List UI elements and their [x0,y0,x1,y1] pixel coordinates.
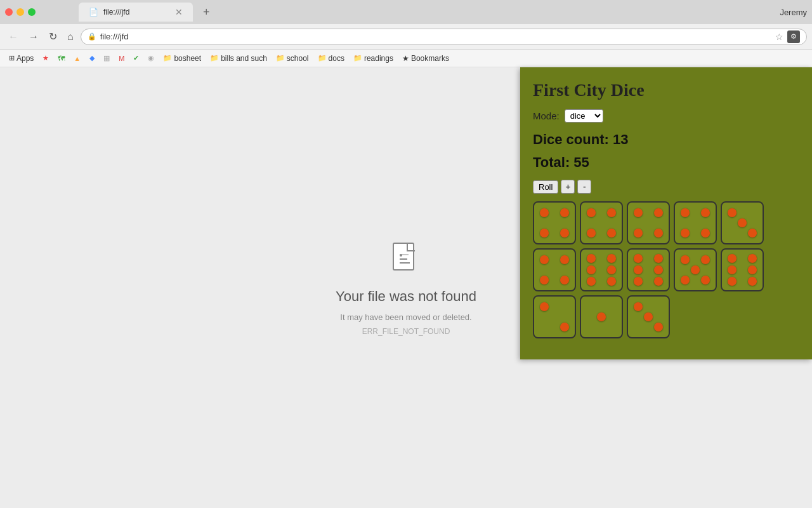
bookmark-icon-5: ▦ [103,54,110,62]
close-button[interactable] [5,8,13,16]
mode-select[interactable]: dice coins [565,109,603,123]
die [580,295,623,338]
dice-controls: Roll + - [533,180,799,194]
mode-label: Mode: [533,110,560,121]
bookmark-bosheet[interactable]: 📁 bosheet [159,53,205,64]
svg-point-15 [634,229,643,237]
svg-point-55 [644,312,653,321]
svg-point-18 [701,208,710,217]
window-controls [5,8,36,16]
add-die-button[interactable]: + [561,180,575,194]
folder-icon-readings: 📁 [353,54,362,62]
dice-grid [533,201,799,338]
svg-point-44 [701,276,710,284]
svg-point-40 [681,255,690,264]
bookmark-readings[interactable]: 📁 readings [350,53,397,64]
dice-total: Total: 55 [533,154,799,171]
svg-point-45 [728,254,737,263]
title-bar: 📄 file:///jfd ✕ + Jeremy [0,0,812,24]
die [674,248,717,291]
svg-point-29 [607,254,616,263]
svg-point-24 [540,255,549,264]
die [533,295,576,338]
bookmarks-item-2[interactable]: 🗺 [54,53,69,64]
svg-point-33 [607,277,616,286]
address-bar[interactable]: 🔒 file:///jfd ☆ ⚙ [81,29,807,45]
svg-point-53 [597,312,606,321]
bookmark-docs[interactable]: 📁 docs [314,53,348,64]
svg-point-26 [540,276,549,284]
svg-point-50 [748,277,757,286]
bookmark-icon-4: ◆ [89,54,95,62]
svg-point-30 [587,265,596,274]
bookmark-icon-6: M [119,55,124,62]
bookmarks-item-4[interactable]: ◆ [86,53,98,64]
error-file-icon [387,240,425,278]
dice-panel-title: First City Dice [533,80,799,100]
svg-point-12 [607,229,616,237]
svg-point-23 [748,229,757,237]
svg-point-14 [654,208,663,217]
svg-point-31 [607,265,616,274]
bookmark-star-icon[interactable]: ☆ [775,32,783,42]
maximize-button[interactable] [28,8,36,16]
bookmarks-item-8[interactable]: ◉ [144,53,158,64]
apps-icon: ⊞ [9,54,15,62]
svg-point-17 [681,208,690,217]
die [533,201,576,244]
svg-point-54 [634,302,643,311]
bookmark-label-bills: bills and such [221,54,267,63]
svg-point-49 [728,277,737,286]
die [627,295,670,338]
remove-die-button[interactable]: - [577,180,591,194]
bookmarks-item-1[interactable]: ★ [39,53,53,64]
svg-point-35 [654,254,663,263]
bookmark-icon-8: ◉ [148,54,154,62]
svg-point-42 [691,265,700,274]
svg-point-27 [560,276,569,284]
svg-point-48 [748,265,757,274]
die [627,201,670,244]
bookmarks-item-5[interactable]: ▦ [100,53,114,64]
active-tab[interactable]: 📄 file:///jfd ✕ [79,3,193,22]
error-code: ERR_FILE_NOT_FOUND [362,327,450,336]
bookmarks-item-6[interactable]: M [115,53,128,64]
bookmark-bookmarks[interactable]: ★ Bookmarks [398,53,453,64]
die [580,248,623,291]
bookmark-school[interactable]: 📁 school [272,53,313,64]
svg-point-37 [654,265,663,274]
forward-button[interactable]: → [25,29,42,45]
svg-point-20 [701,229,710,237]
new-tab-button[interactable]: + [200,6,213,19]
roll-button[interactable]: Roll [533,180,558,194]
extension-icon[interactable]: ⚙ [787,30,800,43]
back-button[interactable]: ← [5,29,22,45]
svg-point-52 [560,323,569,331]
svg-point-13 [634,208,643,217]
star-icon: ★ [402,54,409,63]
minimize-button[interactable] [16,8,24,16]
svg-point-46 [748,254,757,263]
bookmarks-item-3[interactable]: ▲ [70,53,84,64]
die [580,201,623,244]
bookmarks-bar: ⊞ Apps ★ 🗺 ▲ ◆ ▦ M ✔ ◉ 📁 bosheet [0,50,812,67]
svg-point-9 [587,208,596,217]
svg-point-22 [738,218,747,227]
svg-point-5 [540,208,549,217]
home-button[interactable]: ⌂ [64,29,77,45]
svg-point-10 [607,208,616,217]
svg-point-19 [681,229,690,237]
die [533,248,576,291]
bookmarks-item-7[interactable]: ✔ [129,53,143,64]
bookmarks-apps[interactable]: ⊞ Apps [5,53,37,64]
tab-close-button[interactable]: ✕ [175,8,183,17]
svg-point-11 [587,229,596,237]
user-name: Jeremy [780,8,807,17]
svg-rect-0 [393,243,414,270]
bookmark-icon-1: ★ [43,54,49,62]
browser-window: 📄 file:///jfd ✕ + Jeremy ← → ↻ ⌂ 🔒 file:… [0,0,812,508]
reload-button[interactable]: ↻ [46,28,60,45]
folder-icon-bosheet: 📁 [163,54,172,62]
svg-point-8 [560,229,569,237]
bookmark-bills[interactable]: 📁 bills and such [206,53,271,64]
